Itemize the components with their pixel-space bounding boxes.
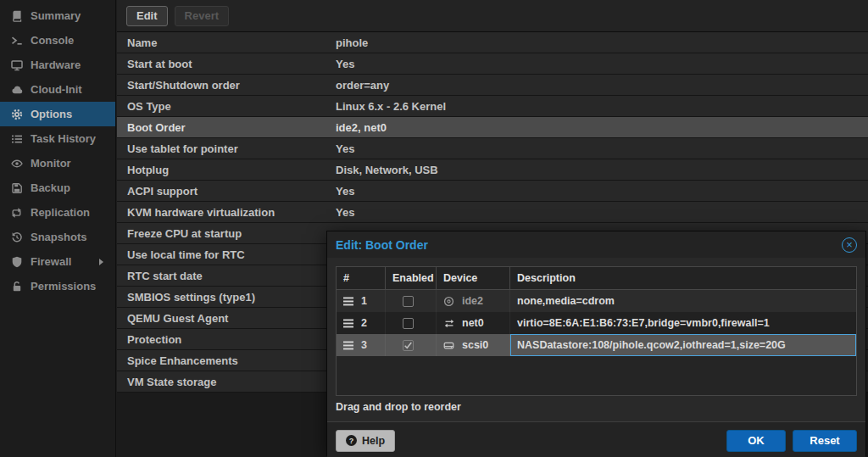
unlock-icon xyxy=(10,281,23,293)
close-icon[interactable]: × xyxy=(842,237,857,253)
drag-drop-hint: Drag and drop to reorder xyxy=(336,401,857,413)
sidebar-item-label: Replication xyxy=(31,206,90,219)
sidebar-item-label: Task History xyxy=(31,132,96,145)
hdd-icon xyxy=(443,340,455,351)
sidebar-item-label: Snapshots xyxy=(31,231,86,243)
proxmox-vm-options-screen: Summary Console Hardware Cloud-Init Opti… xyxy=(0,0,868,457)
option-row[interactable]: Namepihole xyxy=(117,32,868,53)
dialog-title: Edit: Boot Order xyxy=(336,238,842,252)
shield-icon xyxy=(10,256,23,268)
vm-nav-sidebar: Summary Console Hardware Cloud-Init Opti… xyxy=(0,0,116,457)
sidebar-item-cloud-init[interactable]: Cloud-Init xyxy=(0,77,115,102)
edit-boot-order-dialog: Edit: Boot Order × # Enabled Device Desc… xyxy=(326,231,866,456)
option-row-boot-order[interactable]: Boot Orderide2, net0 xyxy=(117,117,868,138)
dialog-body: # Enabled Device Description 1 ide2 xyxy=(327,258,865,421)
boot-row-ide2[interactable]: 1 ide2 none,media=cdrom xyxy=(337,290,856,312)
option-row[interactable]: HotplugDisk, Network, USB xyxy=(117,159,868,181)
retweet-icon xyxy=(10,207,23,219)
column-header-order[interactable]: # xyxy=(337,267,386,289)
option-row[interactable]: OS TypeLinux 6.x - 2.6 Kernel xyxy=(117,96,868,117)
column-header-enabled[interactable]: Enabled xyxy=(386,267,437,289)
sidebar-item-label: Permissions xyxy=(31,280,96,293)
grid-empty-area xyxy=(337,356,856,395)
sidebar-item-backup[interactable]: Backup xyxy=(0,176,115,200)
drag-handle-icon[interactable] xyxy=(343,341,354,350)
sidebar-item-label: Cloud-Init xyxy=(31,83,82,96)
sidebar-item-label: Console xyxy=(31,34,74,47)
sidebar-item-hardware[interactable]: Hardware xyxy=(0,53,115,77)
sidebar-item-monitor[interactable]: Monitor xyxy=(0,151,115,176)
sidebar-item-label: Firewall xyxy=(31,255,71,268)
sidebar-item-label: Summary xyxy=(31,9,81,22)
enabled-checkbox[interactable] xyxy=(403,296,414,307)
terminal-icon xyxy=(10,35,23,47)
option-row[interactable]: KVM hardware virtualizationYes xyxy=(117,202,868,223)
drag-handle-icon[interactable] xyxy=(343,319,354,328)
sidebar-item-options[interactable]: Options xyxy=(0,102,115,126)
dialog-header[interactable]: Edit: Boot Order × xyxy=(327,231,865,258)
cdrom-icon xyxy=(443,296,455,307)
display-icon xyxy=(10,59,23,71)
sidebar-item-snapshots[interactable]: Snapshots xyxy=(0,225,115,249)
sidebar-item-permissions[interactable]: Permissions xyxy=(0,274,115,298)
chevron-right-icon xyxy=(99,259,103,265)
grid-header: # Enabled Device Description xyxy=(337,267,856,290)
reset-button[interactable]: Reset xyxy=(793,430,857,452)
option-row[interactable]: Start at bootYes xyxy=(117,53,868,75)
enabled-checkbox[interactable] xyxy=(403,340,414,351)
edit-button[interactable]: Edit xyxy=(126,6,168,26)
floppy-icon xyxy=(10,182,23,194)
eye-icon xyxy=(10,158,23,170)
sidebar-item-firewall[interactable]: Firewall xyxy=(0,249,115,274)
column-header-description[interactable]: Description xyxy=(510,267,856,289)
list-icon xyxy=(10,133,23,145)
boot-row-description: none,media=cdrom xyxy=(517,295,615,307)
sidebar-item-label: Options xyxy=(31,108,72,120)
boot-row-scsi0[interactable]: 3 scsi0 NASDatastore:108/pihole.qcow2,io… xyxy=(337,334,856,356)
history-icon xyxy=(10,231,23,243)
ok-button[interactable]: OK xyxy=(726,430,786,452)
enabled-checkbox[interactable] xyxy=(403,318,414,329)
column-header-device[interactable]: Device xyxy=(437,267,510,289)
sidebar-item-label: Hardware xyxy=(31,59,81,71)
book-icon xyxy=(10,10,23,22)
boot-row-net0[interactable]: 2 net0 virtio=8E:6A:E1:B6:73:E7,bridge=v… xyxy=(337,312,856,334)
boot-row-description: virtio=8E:6A:E1:B6:73:E7,bridge=vmbr0,fi… xyxy=(517,317,770,329)
sidebar-item-label: Backup xyxy=(31,181,70,194)
gear-icon xyxy=(10,109,23,120)
help-button[interactable]: ? Help xyxy=(336,430,395,452)
dialog-footer: ? Help OK Reset xyxy=(327,421,865,457)
cloud-icon xyxy=(10,84,23,96)
network-icon xyxy=(443,318,455,329)
options-toolbar: Edit Revert xyxy=(117,0,868,32)
boot-row-description: NASDatastore:108/pihole.qcow2,iothread=1… xyxy=(517,339,786,351)
sidebar-item-console[interactable]: Console xyxy=(0,28,115,53)
sidebar-item-replication[interactable]: Replication xyxy=(0,200,115,225)
option-row[interactable]: Use tablet for pointerYes xyxy=(117,138,868,159)
question-icon: ? xyxy=(346,435,357,446)
option-row[interactable]: Start/Shutdown orderorder=any xyxy=(117,75,868,96)
option-row[interactable]: ACPI supportYes xyxy=(117,181,868,202)
sidebar-item-task-history[interactable]: Task History xyxy=(0,126,115,151)
revert-button[interactable]: Revert xyxy=(175,6,229,26)
drag-handle-icon[interactable] xyxy=(343,297,354,306)
sidebar-item-summary[interactable]: Summary xyxy=(0,3,115,28)
sidebar-item-label: Monitor xyxy=(31,157,71,170)
boot-order-grid: # Enabled Device Description 1 ide2 xyxy=(336,266,857,396)
